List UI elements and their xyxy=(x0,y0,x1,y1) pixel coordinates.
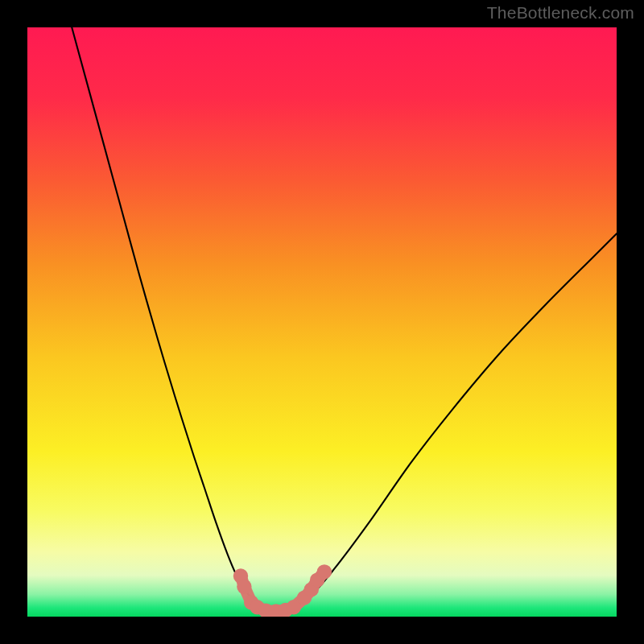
outer-frame: TheBottleneck.com xyxy=(0,0,644,644)
marker-dot xyxy=(237,579,251,593)
watermark-label: TheBottleneck.com xyxy=(487,3,634,23)
plot-area xyxy=(27,27,617,617)
marker-dot xyxy=(317,564,332,579)
chart-svg xyxy=(27,27,617,617)
